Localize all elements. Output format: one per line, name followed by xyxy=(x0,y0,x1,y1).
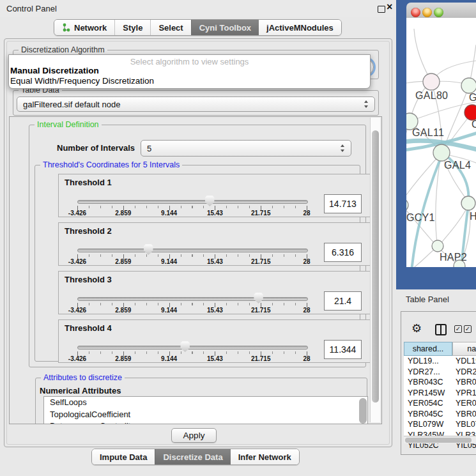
cell-shared-name: YDL19... xyxy=(408,357,439,365)
column-header-name[interactable]: name xyxy=(452,342,476,356)
node-label-hap2: HAP2 xyxy=(440,252,467,263)
column-header-shared-name[interactable]: shared... xyxy=(404,342,452,356)
slider-thumb[interactable] xyxy=(180,341,190,352)
tab-style[interactable]: Style xyxy=(114,20,150,35)
tick-label: 9.144 xyxy=(153,307,186,314)
tick-label: 21.715 xyxy=(244,258,277,265)
tick-label: 15.43 xyxy=(198,210,231,217)
tick-label: -3.426 xyxy=(61,355,94,362)
settings-viewport: Interval Definition Number of Intervals … xyxy=(9,116,382,424)
popup-option-manual-discretization[interactable]: Manual Discretization xyxy=(10,66,99,75)
network-canvas[interactable]: GAL80 GA C GAL11 GAL4 GCY1 H HAP2 xyxy=(406,18,476,267)
tab-network[interactable]: Network xyxy=(54,20,114,35)
slider-track[interactable] xyxy=(77,346,308,349)
tab-impute-data[interactable]: Impute Data xyxy=(92,449,155,464)
table-row[interactable]: YPR145WYPR145W xyxy=(404,388,476,399)
list-item[interactable]: BetweennessCentrality xyxy=(44,420,367,424)
table-row[interactable]: YDR27...YDR27 xyxy=(404,367,476,378)
list-item[interactable]: TopologicalCoefficient xyxy=(44,409,367,421)
control-panel-titlebar: Control Panel × xyxy=(0,0,396,17)
tab-label: jActiveMNodules xyxy=(266,23,334,33)
tick-label: 28 xyxy=(290,307,323,314)
cell-shared-name: YDR27... xyxy=(408,367,440,376)
table-row[interactable]: YBR045CYBR045C xyxy=(404,409,476,420)
cell-shared-name: YBR043C xyxy=(408,378,443,387)
tab-label: Infer Network xyxy=(238,452,291,462)
table-data-combo-value: galFiltered.sif default node xyxy=(23,100,120,109)
tick-label: -3.426 xyxy=(61,307,94,314)
float-window-icon[interactable] xyxy=(378,6,385,13)
horizontal-scrollbar-thumb[interactable] xyxy=(405,438,472,443)
mac-zoom-button[interactable] xyxy=(434,8,443,17)
list-item[interactable]: SelfLoops xyxy=(44,397,367,409)
cell-shared-name: YBR045C xyxy=(408,410,443,418)
mac-close-button[interactable] xyxy=(411,8,420,17)
threshold-value-field[interactable]: 14.713 xyxy=(324,194,362,213)
cell-name: YBL079W xyxy=(456,420,476,429)
tab-jactivemnodules[interactable]: jActiveMNodules xyxy=(259,20,341,35)
numerical-attributes-label: Numerical Attributes xyxy=(40,386,121,395)
settings-gear-icon[interactable]: ⚙ xyxy=(411,323,422,334)
table-row[interactable]: YBL079WYBL079W xyxy=(404,419,476,430)
apply-button[interactable]: Apply xyxy=(171,428,217,443)
cell-name: YDR27 xyxy=(456,367,476,376)
tab-label: Network xyxy=(74,23,107,33)
node-label-partial: H xyxy=(470,211,476,222)
node-label-partial: GA xyxy=(469,92,476,104)
table-row[interactable]: YDL19...YDL19 xyxy=(404,356,476,367)
threshold-value-field[interactable]: 11.344 xyxy=(324,340,362,359)
node-label-gal4: GAL4 xyxy=(444,160,471,171)
combo-arrows-icon xyxy=(341,144,345,152)
tab-infer-network[interactable]: Infer Network xyxy=(231,449,299,464)
list-scrollbar[interactable] xyxy=(359,398,367,424)
popup-prompt: Select algorithm to view settings xyxy=(9,57,370,66)
tick-label: 9.144 xyxy=(153,258,186,265)
tab-cyni-toolbox[interactable]: Cyni Toolbox xyxy=(191,20,259,35)
number-of-intervals-combobox[interactable]: 5 xyxy=(141,140,351,157)
slider-track[interactable] xyxy=(77,249,308,252)
threshold-label: Threshold 3 xyxy=(65,275,112,284)
cell-shared-name: YER054C xyxy=(408,399,443,408)
threshold-value-field[interactable]: 6.316 xyxy=(324,243,362,262)
split-view-icon[interactable] xyxy=(435,324,447,335)
tick-label: 21.715 xyxy=(244,307,277,314)
slider-track[interactable] xyxy=(77,297,308,301)
node-label-gcy1: GCY1 xyxy=(406,212,435,224)
table-row[interactable]: YBR043CYBR043C xyxy=(404,377,476,388)
vertical-scrollbar[interactable] xyxy=(370,118,380,422)
slider-thumb[interactable] xyxy=(144,244,153,255)
attributes-legend: Attributes to discretize xyxy=(41,373,125,382)
discretization-algorithm-legend: Discretization Algorithm xyxy=(19,45,107,54)
slider-thumb[interactable] xyxy=(254,293,263,303)
cell-name: YDL19 xyxy=(456,357,476,365)
slider-track[interactable] xyxy=(77,200,308,204)
tab-discretize-data[interactable]: Discretize Data xyxy=(155,449,230,464)
vertical-scrollbar-thumb[interactable] xyxy=(372,130,379,403)
tick-label: 28 xyxy=(290,210,323,217)
tick-label: -3.426 xyxy=(61,210,94,217)
checkbox-icon[interactable]: ✓ xyxy=(464,325,472,333)
threshold-panel-4: Threshold 4 -3.426 2.859 9.144 15.43 21.… xyxy=(58,319,374,363)
slider-thumb[interactable] xyxy=(205,196,215,206)
cell-name: YBR043C xyxy=(456,378,476,387)
table-row[interactable]: YER054CYER054C xyxy=(404,398,476,409)
tick-label: 2.859 xyxy=(107,210,140,217)
table-data-combobox[interactable]: galFiltered.sif default node xyxy=(17,96,375,112)
horizontal-scrollbar[interactable] xyxy=(404,436,476,443)
table-panel-title: Table Panel xyxy=(406,295,449,304)
network-icon xyxy=(62,23,70,33)
mac-minimize-button[interactable] xyxy=(422,8,432,17)
checkbox-icon[interactable]: ✓ xyxy=(454,325,462,333)
popup-option-equal-width-frequency[interactable]: Equal Width/Frequency Discretization xyxy=(10,76,154,86)
tick-label: 9.144 xyxy=(153,355,186,362)
threshold-value-field[interactable]: 21.4 xyxy=(324,291,362,311)
tick-label: 21.715 xyxy=(244,210,277,217)
thresholds-legend: Threshold's Coordinates for 5 Intervals xyxy=(40,160,182,169)
tab-label: Impute Data xyxy=(100,452,147,462)
number-of-intervals-label: Number of Intervals xyxy=(57,143,135,153)
close-icon[interactable]: × xyxy=(387,1,392,13)
numerical-attributes-list[interactable]: SelfLoops TopologicalCoefficient Between… xyxy=(43,396,368,424)
network-graph xyxy=(406,18,476,267)
tab-select[interactable]: Select xyxy=(150,20,190,35)
cell-shared-name: YPR145W xyxy=(408,388,445,397)
